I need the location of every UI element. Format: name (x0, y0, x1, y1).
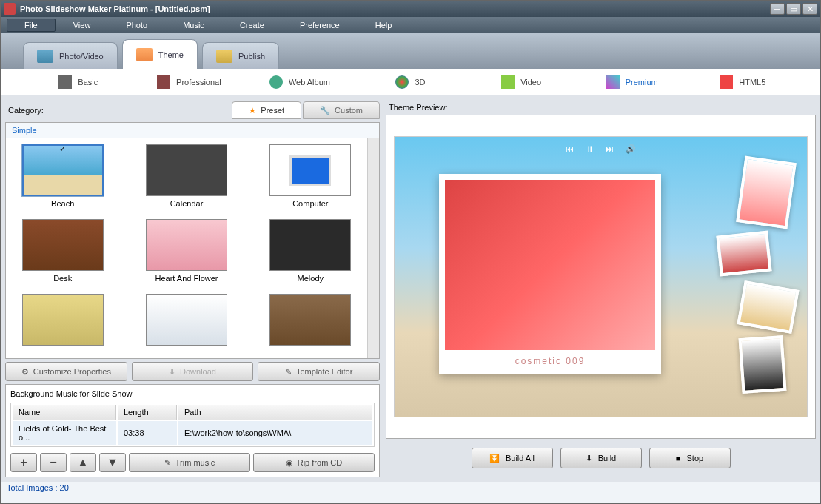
build-button[interactable]: ⬇Build (560, 448, 642, 468)
sub-tabs: Basic Professional Web Album 3D Video Pr… (1, 69, 820, 95)
globe-icon (269, 75, 283, 89)
pencil-icon: ✎ (285, 367, 292, 377)
theme-name: Melody (298, 274, 324, 283)
molecule-icon (395, 75, 409, 89)
custom-label: Custom (335, 106, 363, 115)
subtab-video[interactable]: Video (466, 69, 577, 95)
prev-icon[interactable]: ⏮ (566, 144, 574, 154)
preview-caption: cosmetic 009 (445, 350, 655, 372)
wrench-icon: 🔧 (320, 106, 330, 115)
preset-tab[interactable]: ★Preset (232, 101, 301, 119)
theme-item-beach[interactable]: Beach (12, 144, 113, 212)
close-button[interactable]: ✕ (802, 3, 817, 15)
menu-view[interactable]: View (56, 19, 109, 32)
minimize-button[interactable]: ─ (770, 3, 785, 15)
next-icon[interactable]: ⏭ (606, 144, 614, 154)
theme-name: Calendar (170, 199, 204, 208)
download-icon: ⬇ (169, 367, 175, 377)
theme-thumbnail (269, 294, 351, 346)
theme-item-calendar[interactable]: Calendar (135, 144, 237, 212)
menu-photo[interactable]: Photo (108, 19, 165, 32)
subtab-premium[interactable]: Premium (577, 69, 688, 95)
music-panel-title: Background Music for Slide Show (10, 389, 375, 398)
remove-music-button[interactable]: − (40, 453, 67, 472)
category-label: Category: (5, 106, 44, 119)
rip-cd-button[interactable]: ◉Rip from CD (253, 453, 375, 472)
window-title: Photo Slideshow Maker Platinum - [Untitl… (20, 4, 770, 13)
menubar: File View Photo Music Create Preference … (1, 17, 820, 33)
customize-properties-button[interactable]: ⚙Customize Properties (5, 362, 127, 381)
scrollbar[interactable] (367, 138, 379, 358)
tab-label: Photo/Video (59, 52, 104, 61)
music-length: 03:38 (118, 421, 177, 445)
premium-icon (606, 75, 620, 89)
move-down-button[interactable]: ▼ (99, 453, 126, 472)
tab-publish[interactable]: Publish (202, 42, 279, 69)
main-tabs: Photo/Video Theme Publish (1, 33, 820, 69)
category-group-title[interactable]: Simple (6, 123, 379, 138)
maximize-button[interactable]: ▭ (786, 3, 801, 15)
move-up-button[interactable]: ▲ (70, 453, 96, 472)
star-icon: ★ (249, 106, 256, 115)
down-icon: ⬇ (586, 454, 592, 463)
theme-thumbnail (269, 219, 351, 271)
tab-photo-video[interactable]: Photo/Video (23, 42, 118, 69)
theme-item[interactable] (12, 294, 113, 352)
music-table: Name Length Path Fields of Gold- The Bes… (10, 403, 375, 447)
menu-preference[interactable]: Preference (282, 19, 358, 32)
stop-button[interactable]: ■Stop (649, 448, 731, 468)
add-music-button[interactable]: + (10, 453, 37, 472)
theme-item-desk[interactable]: Desk (12, 219, 113, 286)
theme-item[interactable] (260, 294, 361, 352)
build-all-button[interactable]: ⏬Build All (472, 448, 553, 468)
trim-music-button[interactable]: ✎Trim music (129, 453, 250, 472)
preset-label: Preset (261, 106, 284, 115)
gear-icon: ⚙ (21, 367, 29, 377)
theme-thumbnail (22, 144, 104, 196)
html5-icon (720, 75, 733, 89)
music-row[interactable]: Fields of Gold- The Best o... 03:38 E:\w… (13, 421, 372, 445)
subtab-label: HTML5 (739, 78, 765, 87)
template-editor-button[interactable]: ✎Template Editor (258, 362, 380, 381)
subtab-professional[interactable]: Professional (134, 69, 245, 95)
subtab-html5[interactable]: HTML5 (687, 69, 798, 95)
theme-item-melody[interactable]: Melody (260, 219, 361, 286)
subtab-label: Web Album (289, 78, 330, 87)
button-label: Rip from CD (298, 458, 343, 467)
preview-photo-frame: cosmetic 009 (439, 174, 661, 374)
titlebar: Photo Slideshow Maker Platinum - [Untitl… (1, 1, 820, 17)
publish-icon (216, 50, 232, 63)
col-name[interactable]: Name (13, 405, 116, 420)
subtab-basic[interactable]: Basic (23, 69, 134, 95)
custom-tab[interactable]: 🔧Custom (303, 101, 380, 119)
preview-photo-content (445, 180, 655, 350)
theme-item[interactable] (135, 294, 237, 352)
download-button[interactable]: ⬇Download (132, 362, 254, 381)
theme-thumbnail (146, 294, 227, 346)
subtab-webalbum[interactable]: Web Album (244, 69, 355, 95)
pause-icon[interactable]: ⏸ (586, 144, 594, 154)
subtab-3d[interactable]: 3D (355, 69, 466, 95)
menu-file[interactable]: File (7, 19, 56, 32)
volume-icon[interactable]: 🔊 (626, 144, 636, 154)
button-label: Trim music (175, 458, 215, 467)
menu-create[interactable]: Create (222, 19, 282, 32)
piano-icon (58, 75, 72, 89)
double-down-icon: ⏬ (489, 454, 500, 463)
theme-grid: Beach Calendar Computer Desk Heart And F… (6, 138, 367, 358)
col-path[interactable]: Path (178, 405, 372, 420)
theme-item-computer[interactable]: Computer (260, 144, 361, 212)
theme-item-heart[interactable]: Heart And Flower (135, 219, 237, 286)
theme-name: Computer (292, 199, 328, 208)
film-icon (501, 75, 515, 89)
theme-thumbnail (269, 144, 351, 196)
col-length[interactable]: Length (118, 405, 177, 420)
button-label: Template Editor (296, 367, 352, 376)
menu-music[interactable]: Music (165, 19, 222, 32)
tab-theme[interactable]: Theme (122, 39, 198, 69)
menu-help[interactable]: Help (358, 19, 410, 32)
subtab-label: 3D (415, 78, 425, 87)
tab-label: Publish (238, 52, 265, 61)
disc-icon: ◉ (286, 458, 293, 468)
theme-icon (136, 48, 153, 61)
